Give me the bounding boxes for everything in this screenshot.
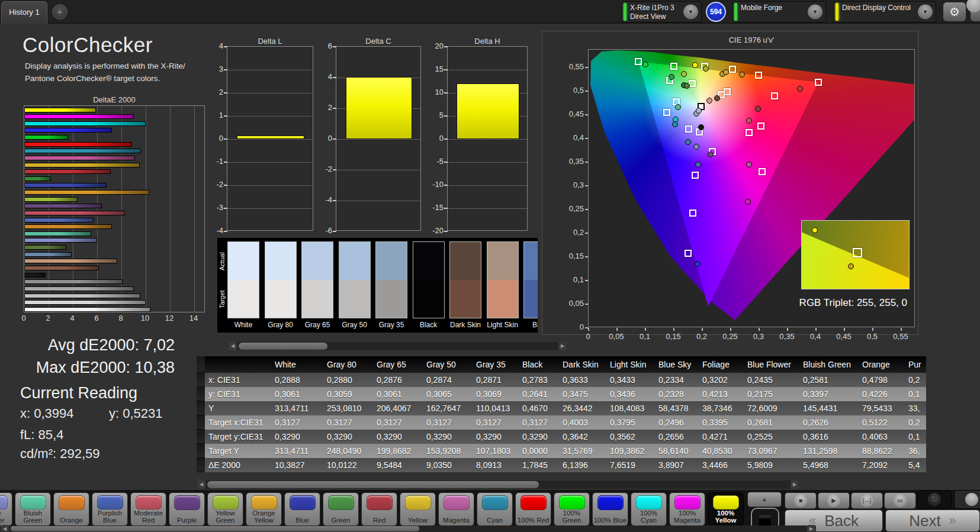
table-gutter [197,430,205,444]
table-value: 0,4213 [699,387,744,401]
scroll-left-icon[interactable]: ◀ [1,525,9,532]
partial-transport-button[interactable] [954,490,980,509]
play-icon: ▶ [827,494,840,507]
pattern-bar-scrollbar-thumb[interactable] [11,526,419,531]
pattern-button-moderate-red[interactable]: Moderate Red [130,492,166,526]
table-value: 0,3290 [473,430,519,444]
pattern-color-chip [213,495,239,510]
table-scrollbar[interactable]: ◀ ▶ [197,481,799,489]
cie-x-tick-label: 0,15 [666,332,680,341]
pattern-button-100-blue[interactable]: 100% Blue [592,492,628,526]
table-value: 313,4711 [271,401,323,415]
table-value: 162,7647 [423,401,473,415]
cie-measured-marker [708,151,714,157]
tick-mark [444,92,448,93]
column-header: Orange [859,356,905,373]
table-value: 0,2783 [519,373,559,387]
strip-patch-label: Black [413,321,445,329]
pattern-button-yellow-green[interactable]: Yellow Green [207,492,243,526]
table-value: 0,4271 [699,430,744,444]
scroll-left-icon[interactable]: ◀ [229,342,237,350]
refresh-button[interactable]: ↻ [917,490,952,509]
row-label: y: CIE31 [205,387,271,401]
display-control-dropdown[interactable]: Direct Display Control ▼ [834,1,936,22]
table-value: 0,5122 [859,415,905,430]
table-row: x: CIE310,28880,28800,28760,28740,28710,… [197,373,926,387]
pattern-button-100-red[interactable]: 100% Red [515,492,551,526]
add-tab-button[interactable]: + [52,4,68,20]
scroll-right-icon[interactable]: ▶ [558,342,567,350]
pattern-bar-scrollbar[interactable]: ◀ ▶ [0,525,816,532]
strip-scrollbar[interactable]: ◀ ▶ [228,342,567,350]
pattern-label: 100% Yellow [708,510,743,525]
pattern-button-100-cyan[interactable]: 100% Cyan [631,492,667,526]
y-tick-label: -3 [205,203,223,212]
table-value: 0,3397 [799,387,859,401]
table-value: 33, [905,401,926,415]
pattern-button-cyan[interactable]: Cyan [477,492,513,526]
tick-mark [333,46,336,47]
table-value: 0,3069 [473,387,519,401]
tab-history-1[interactable]: History 1 [1,1,47,24]
cie-x-tick-label: 0,05 [609,332,624,341]
table-scrollbar-thumb[interactable] [207,481,539,488]
table-value: 40,8530 [699,444,744,458]
tick-mark [224,208,227,209]
pattern-button-green[interactable]: Green [323,492,359,526]
source-dropdown[interactable]: Mobile Forge ▼ [732,1,826,22]
meter-count-badge[interactable]: 594 [706,2,726,22]
table-value: 5,4 [905,458,926,472]
actual-color [228,242,259,280]
cie-y-tick-label: 0,2 [564,228,584,237]
table-value: 109,3862 [606,444,655,458]
meter-dropdown[interactable]: X-Rite i1Pro 3Direct View ▼ [622,1,702,22]
table-value: 0,3795 [606,415,655,430]
collapse-bar-button[interactable]: ▲ [747,492,782,507]
top-bar: History 1 + X-Rite i1Pro 3Direct View ▼ … [0,0,980,24]
pattern-button-yellow[interactable]: Yellow [400,492,436,526]
scroll-right-icon[interactable]: ▶ [791,481,799,489]
pattern-button-orange[interactable]: Orange [53,492,89,526]
partial-edge-button[interactable] [970,2,980,22]
strip-scrollbar-thumb[interactable] [239,343,327,350]
y-tick-label: -4 [205,226,223,235]
tick-mark [444,138,448,140]
chevron-down-icon: ▼ [918,5,933,20]
play-button[interactable]: ▶ [818,492,850,509]
table-value: 0,3290 [373,430,423,444]
delta-c-chart [336,46,421,231]
tick-mark [585,138,588,139]
pattern-button-100-yellow[interactable]: 100% Yellow [708,492,744,526]
pattern-button-orange-yellow[interactable]: Orange Yellow [246,492,282,526]
next-button[interactable]: Next » [885,510,980,532]
pattern-button-purple[interactable]: Purple [169,492,205,526]
pattern-label: Purplish Blue [92,510,127,525]
step-button[interactable]: [↔] [851,492,883,509]
pattern-color-chip [174,495,200,510]
pattern-button-bluish-green[interactable]: Bluish Green [15,492,51,526]
deltae-bar-gray-65 [24,294,140,298]
gridline [227,185,313,186]
table-value: 7,6519 [606,458,655,472]
gridline [194,106,195,312]
avg-de2000: Avg dE2000: 7,02 [6,334,175,357]
pattern-button-purplish-blue[interactable]: Purplish Blue [92,492,128,526]
cie-target-marker [663,109,670,116]
pattern-button-100-green[interactable]: 100% Green [554,492,590,526]
column-header: Gray 50 [423,356,473,373]
scroll-left-icon[interactable]: ◀ [197,481,205,489]
step-icon: [↔] [860,494,873,507]
pattern-button-blue[interactable]: Blue [284,492,320,526]
pattern-button-100-magenta[interactable]: 100% Magenta [669,492,705,526]
target-color [265,280,296,318]
scroll-right-icon[interactable]: ▶ [807,525,815,532]
stop-button[interactable]: ■ [785,492,817,509]
table-row: Target x:CIE310,31270,31270,31270,31270,… [197,415,926,430]
loop-button[interactable]: ∞ [884,492,916,509]
pattern-button-blue-flower[interactable]: Blue Flower [0,492,12,526]
settings-gear-button[interactable]: ⚙ [943,2,966,22]
deltae-bar-100-cyan [24,121,146,126]
pattern-button-magenta[interactable]: Magenta [438,492,474,526]
deltae-bar-orange [24,224,112,229]
pattern-button-red[interactable]: Red [361,492,397,526]
